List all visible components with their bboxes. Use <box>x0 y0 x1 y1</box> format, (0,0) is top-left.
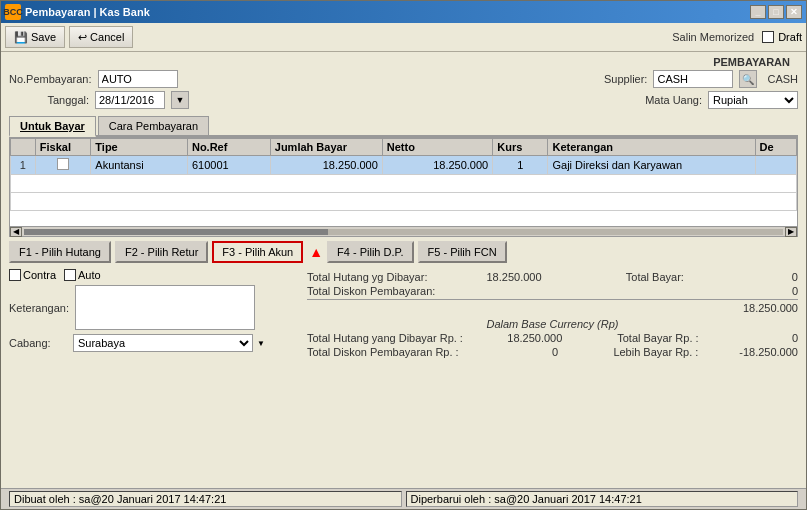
window-title: Pembayaran | Kas Bank <box>25 6 750 18</box>
cell-keterangan: Gaji Direksi dan Karyawan <box>548 156 755 175</box>
supplier-input[interactable] <box>653 70 733 88</box>
total-bayar-rp-value: 0 <box>718 332 798 344</box>
base-currency-label: Dalam Base Currency (Rp) <box>307 318 798 330</box>
table-row[interactable]: 1 Akuntansi 610001 18.250.000 18.250.000… <box>11 156 797 175</box>
calendar-button[interactable]: ▼ <box>171 91 189 109</box>
f1-pilih-hutang-button[interactable]: F1 - Pilih Hutang <box>9 241 111 263</box>
lebih-bayar-value: -18.250.000 <box>718 346 798 358</box>
form-row-1: No.Pembayaran: Supplier: 🔍 CASH <box>9 70 798 88</box>
col-header-num <box>11 139 36 156</box>
tanggal-label: Tanggal: <box>9 94 89 106</box>
col-header-jumlah: Jumlah Bayar <box>270 139 382 156</box>
total-bayar-rp-label: Total Bayar Rp. : <box>617 332 698 344</box>
app-icon: BCC <box>5 4 21 20</box>
total-diskon-label: Total Diskon Pembayaran: <box>307 285 435 297</box>
scrollbar-track[interactable] <box>24 229 783 235</box>
f4-pilih-dp-button[interactable]: F4 - Pilih D.P. <box>327 241 413 263</box>
pembayaran-title: PEMBAYARAN <box>9 56 798 68</box>
mata-uang-select[interactable]: Rupiah <box>708 91 798 109</box>
draft-label: Draft <box>778 31 802 43</box>
summary-panel: Total Hutang yg Dibayar: 18.250.000 Tota… <box>307 267 798 488</box>
total-hutang-label: Total Hutang yg Dibayar: <box>307 271 427 283</box>
draft-checkbox[interactable] <box>762 31 774 43</box>
diperbarui-label: Diperbarui oleh : sa@20 Januari 2017 14:… <box>411 493 642 505</box>
col-header-de: De <box>755 139 796 156</box>
keterangan-label: Keterangan: <box>9 302 69 314</box>
subtotal-row: 18.250.000 <box>307 302 798 314</box>
total-bayar-value: 0 <box>718 271 798 283</box>
cell-num: 1 <box>11 156 36 175</box>
no-pembayaran-label: No.Pembayaran: <box>9 73 92 85</box>
cabang-label: Cabang: <box>9 337 69 349</box>
lebih-bayar-label: Lebih Bayar Rp. : <box>613 346 698 358</box>
form-row-2: Tanggal: ▼ Mata Uang: Rupiah <box>9 91 798 109</box>
cell-kurs: 1 <box>493 156 548 175</box>
minimize-button[interactable]: _ <box>750 5 766 19</box>
mata-uang-label: Mata Uang: <box>637 94 702 106</box>
keterangan-input[interactable] <box>75 285 255 330</box>
func-buttons-area: F1 - Pilih Hutang F2 - Pilih Retur F3 - … <box>1 237 806 267</box>
status-diperbarui: Diperbarui oleh : sa@20 Januari 2017 14:… <box>406 491 799 507</box>
auto-label: Auto <box>78 269 101 281</box>
maximize-button[interactable]: □ <box>768 5 784 19</box>
diskon-rp-row: Total Diskon Pembayaran Rp. : 0 Lebih Ba… <box>307 346 798 358</box>
keterangan-row: Keterangan: <box>9 285 299 330</box>
save-button[interactable]: 💾 Save <box>5 26 65 48</box>
tab-cara-pembayaran[interactable]: Cara Pembayaran <box>98 116 209 135</box>
cabang-row: Cabang: Surabaya ▼ <box>9 334 299 352</box>
cell-jumlah: 18.250.000 <box>270 156 382 175</box>
table-row-empty2 <box>11 193 797 211</box>
contra-checkbox[interactable] <box>9 269 21 281</box>
cancel-icon: ↩ <box>78 31 87 44</box>
col-header-noref: No.Ref <box>187 139 270 156</box>
status-dibuat: Dibuat oleh : sa@20 Januari 2017 14:47:2… <box>9 491 402 507</box>
tabs: Untuk Bayar Cara Pembayaran <box>9 116 798 137</box>
total-diskon-rp-label: Total Diskon Pembayaran Rp. : <box>307 346 459 358</box>
title-bar: BCC Pembayaran | Kas Bank _ □ ✕ <box>1 1 806 23</box>
form-header: PEMBAYARAN No.Pembayaran: Supplier: 🔍 CA… <box>1 52 806 116</box>
cell-de <box>755 156 796 175</box>
contra-label: Contra <box>23 269 56 281</box>
hutang-rp-row: Total Hutang yang Dibayar Rp. : 18.250.0… <box>307 332 798 344</box>
cell-fiskal <box>35 156 90 175</box>
scroll-right-button[interactable]: ▶ <box>785 227 797 237</box>
auto-check: Auto <box>64 269 101 281</box>
main-window: BCC Pembayaran | Kas Bank _ □ ✕ 💾 Save ↩… <box>0 0 807 510</box>
col-header-keterangan: Keterangan <box>548 139 755 156</box>
bottom-section: Contra Auto Keterangan: Cabang: Surabaya… <box>1 267 806 488</box>
dibuat-label: Dibuat oleh : sa@20 Januari 2017 14:47:2… <box>14 493 226 505</box>
arrow-up-icon: ▲ <box>309 244 323 260</box>
total-diskon-value: 0 <box>718 285 798 297</box>
col-header-tipe: Tipe <box>91 139 188 156</box>
scroll-left-button[interactable]: ◀ <box>10 227 22 237</box>
f2-pilih-retur-button[interactable]: F2 - Pilih Retur <box>115 241 208 263</box>
fiskal-checkbox[interactable] <box>57 158 69 170</box>
close-button[interactable]: ✕ <box>786 5 802 19</box>
no-pembayaran-input[interactable] <box>98 70 178 88</box>
cell-noref: 610001 <box>187 156 270 175</box>
data-table: Fiskal Tipe No.Ref Jumlah Bayar Netto Ku… <box>10 138 797 211</box>
supplier-search-button[interactable]: 🔍 <box>739 70 757 88</box>
total-hutang-rp-value: 18.250.000 <box>482 332 562 344</box>
tanggal-input[interactable] <box>95 91 165 109</box>
f3-pilih-akun-button[interactable]: F3 - Pilih Akun <box>212 241 303 263</box>
tabs-container: Untuk Bayar Cara Pembayaran <box>1 116 806 137</box>
cabang-dropdown-icon: ▼ <box>257 339 265 348</box>
tab-untuk-bayar[interactable]: Untuk Bayar <box>9 116 96 137</box>
cabang-select[interactable]: Surabaya <box>73 334 253 352</box>
tab-untuk-bayar-label: Untuk Bayar <box>20 120 85 132</box>
cell-netto: 18.250.000 <box>382 156 492 175</box>
left-panel: Contra Auto Keterangan: Cabang: Surabaya… <box>9 267 299 488</box>
horizontal-scrollbar[interactable]: ◀ ▶ <box>9 227 798 237</box>
status-bar: Dibuat oleh : sa@20 Januari 2017 14:47:2… <box>1 488 806 509</box>
col-header-kurs: Kurs <box>493 139 548 156</box>
contra-auto-row: Contra Auto <box>9 269 299 281</box>
auto-checkbox[interactable] <box>64 269 76 281</box>
cancel-button[interactable]: ↩ Cancel <box>69 26 133 48</box>
scrollbar-thumb[interactable] <box>24 229 328 235</box>
total-hutang-row: Total Hutang yg Dibayar: 18.250.000 Tota… <box>307 271 798 283</box>
f5-pilih-fcn-button[interactable]: F5 - Pilih FCN <box>418 241 507 263</box>
col-header-fiskal: Fiskal <box>35 139 90 156</box>
total-hutang-rp-label: Total Hutang yang Dibayar Rp. : <box>307 332 463 344</box>
cancel-label: Cancel <box>90 31 124 43</box>
